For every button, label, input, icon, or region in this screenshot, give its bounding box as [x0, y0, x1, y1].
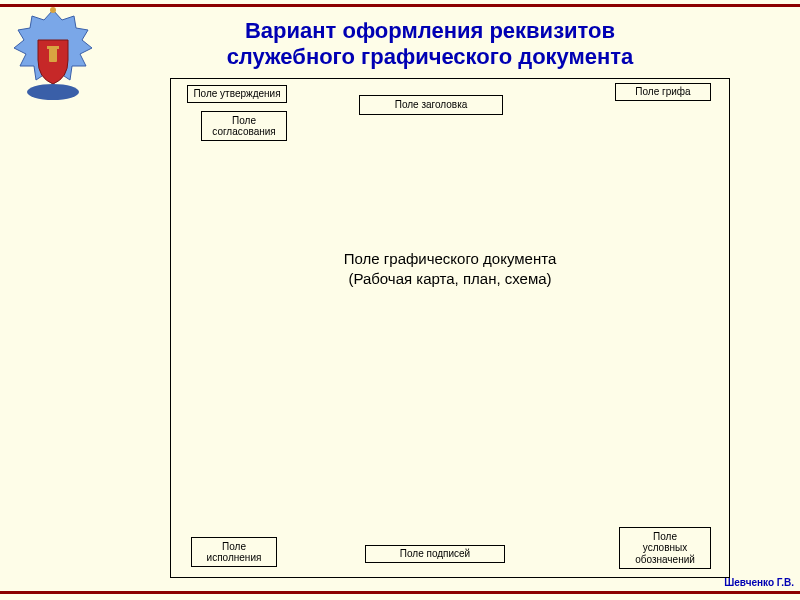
title-line-1: Вариант оформления реквизитов [100, 18, 760, 44]
field-signatures: Поле подписей [365, 545, 505, 563]
field-legend: Поле условных обозначений [619, 527, 711, 569]
author-label: Шевченко Г.В. [724, 577, 794, 588]
document-frame: Поле утверждения Поле согласования Поле … [170, 78, 730, 578]
svg-rect-1 [49, 48, 57, 62]
page-title: Вариант оформления реквизитов служебного… [100, 18, 760, 71]
svg-rect-2 [47, 46, 59, 49]
top-rule [0, 4, 800, 7]
field-heading: Поле заголовка [359, 95, 503, 115]
field-agreement: Поле согласования [201, 111, 287, 141]
field-approval: Поле утверждения [187, 85, 287, 103]
bottom-rule [0, 591, 800, 594]
main-line-2: (Рабочая карта, план, схема) [171, 269, 729, 289]
emblem-icon [8, 6, 98, 106]
title-line-2: служебного графического документа [100, 44, 760, 70]
svg-point-4 [50, 7, 56, 13]
svg-point-3 [27, 84, 79, 100]
main-line-1: Поле графического документа [171, 249, 729, 269]
field-main-graphic: Поле графического документа (Рабочая кар… [171, 249, 729, 290]
field-execution: Поле исполнения [191, 537, 277, 567]
field-classification: Поле грифа [615, 83, 711, 101]
